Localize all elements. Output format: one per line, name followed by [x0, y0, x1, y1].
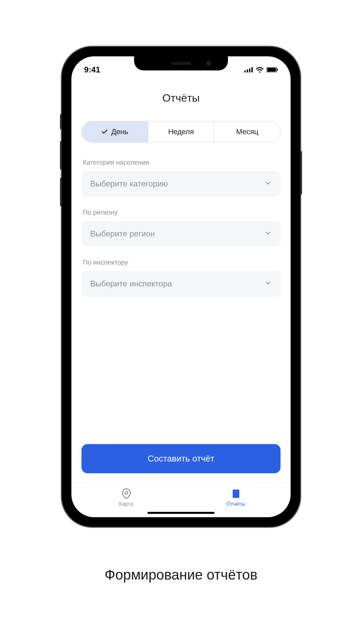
category-label: Категория населения — [81, 159, 281, 166]
segment-day-label: День — [111, 127, 128, 136]
period-segmented-control: День Неделя Месяц — [81, 121, 281, 143]
nav-reports[interactable]: Отчёты — [181, 488, 291, 507]
segment-day[interactable]: День — [82, 121, 148, 142]
page-title: Отчёты — [81, 92, 281, 104]
nav-reports-label: Отчёты — [227, 501, 245, 507]
battery-icon — [266, 67, 278, 72]
inspector-placeholder: Выберите инспектора — [90, 279, 172, 288]
segment-month-label: Месяц — [236, 127, 258, 136]
region-select[interactable]: Выберите регион — [81, 221, 281, 247]
svg-rect-6 — [277, 69, 278, 71]
category-select[interactable]: Выберите категорию — [81, 171, 281, 197]
region-placeholder: Выберите регион — [90, 229, 155, 238]
chevron-down-icon — [264, 229, 272, 238]
svg-point-7 — [125, 491, 128, 494]
bottom-nav: Карта Отчёты — [71, 483, 291, 510]
segment-week[interactable]: Неделя — [148, 121, 215, 142]
chevron-down-icon — [264, 179, 272, 188]
nav-map[interactable]: Карта — [71, 488, 181, 507]
region-label: По региону — [81, 209, 281, 216]
document-icon — [230, 488, 242, 500]
inspector-label: По инспектору — [81, 259, 281, 266]
category-placeholder: Выберите категорию — [90, 179, 168, 189]
map-pin-icon — [120, 488, 132, 500]
svg-rect-5 — [267, 68, 276, 72]
signal-icon — [244, 67, 253, 72]
wifi-icon — [256, 67, 264, 73]
nav-map-label: Карта — [119, 501, 133, 507]
svg-rect-3 — [251, 67, 253, 72]
phone-notch — [134, 56, 228, 70]
inspector-select[interactable]: Выберите инспектора — [81, 271, 281, 297]
svg-rect-2 — [249, 68, 250, 72]
create-report-button[interactable]: Составить отчёт — [81, 444, 281, 473]
region-field-group: По региону Выберите регион — [81, 209, 281, 247]
segment-month[interactable]: Месяц — [214, 121, 280, 142]
inspector-field-group: По инспектору Выберите инспектора — [81, 259, 281, 297]
segment-week-label: Неделя — [168, 127, 194, 136]
svg-rect-1 — [247, 69, 248, 72]
svg-rect-0 — [244, 70, 246, 72]
mockup-caption: Формирование отчётов — [105, 567, 257, 583]
chevron-down-icon — [264, 279, 272, 288]
category-field-group: Категория населения Выберите категорию — [81, 159, 281, 197]
check-icon — [101, 128, 108, 135]
phone-mockup: 9:41 Отчёты — [62, 47, 300, 527]
home-indicator[interactable] — [147, 512, 215, 514]
